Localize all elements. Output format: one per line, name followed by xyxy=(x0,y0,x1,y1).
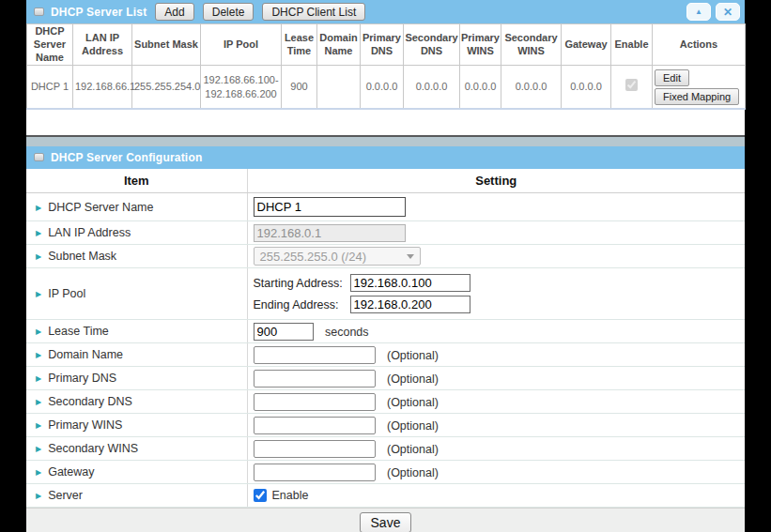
row-gateway: ▶Gateway (Optional) xyxy=(26,461,745,484)
lease-time-input[interactable] xyxy=(254,323,314,341)
cell-gateway: 0.0.0.0 xyxy=(562,66,611,109)
server-enable-checkbox[interactable] xyxy=(254,489,267,502)
cell-enable xyxy=(611,66,653,109)
ip-pool-label: IP Pool xyxy=(48,287,85,300)
item-bullet-icon: ▶ xyxy=(36,398,41,406)
section-strip xyxy=(26,137,745,146)
dhcp-server-name-label: DHCP Server Name xyxy=(48,201,153,214)
item-bullet-icon: ▶ xyxy=(36,468,41,477)
edit-button[interactable]: Edit xyxy=(655,69,689,86)
lease-time-unit: seconds xyxy=(325,326,369,339)
dhcp-server-configuration-title: DHCP Server Configuration xyxy=(51,151,202,164)
collapse-button[interactable]: ▲ xyxy=(686,3,711,21)
item-bullet-icon: ▶ xyxy=(36,204,41,212)
dhcp-server-configuration-table: Item Setting ▶DHCP Server Name ▶LAN IP A… xyxy=(26,169,745,509)
item-bullet-icon: ▶ xyxy=(36,374,41,383)
column-header-lease-time: Lease Time xyxy=(282,24,317,66)
ending-address-input[interactable] xyxy=(350,296,470,313)
dhcp-server-list-table: DHCP Server Name LAN IP Address Subnet M… xyxy=(26,23,746,110)
subnet-mask-select: 255.255.255.0 (/24) xyxy=(254,247,421,266)
save-button[interactable]: Save xyxy=(360,512,412,532)
column-header-ip-pool: IP Pool xyxy=(201,24,282,66)
item-column-header: Item xyxy=(26,169,247,193)
subnet-mask-label: Subnet Mask xyxy=(48,250,116,263)
row-ip-pool: ▶IP Pool Starting Address: Ending Addres… xyxy=(26,268,745,320)
dhcp-client-list-button[interactable]: DHCP Client List xyxy=(262,3,365,21)
row-lease-time: ▶Lease Time seconds xyxy=(26,320,745,343)
row-secondary-dns: ▶Secondary DNS (Optional) xyxy=(26,390,745,414)
cell-secondary-dns: 0.0.0.0 xyxy=(404,66,460,109)
cell-primary-wins: 0.0.0.0 xyxy=(460,66,501,109)
item-bullet-icon: ▶ xyxy=(36,290,41,298)
table-row: DHCP 1 192.168.66.1 255.255.254.0 192.16… xyxy=(27,66,746,109)
primary-dns-label: Primary DNS xyxy=(48,372,116,385)
row-primary-dns: ▶Primary DNS (Optional) xyxy=(26,367,745,390)
gateway-optional-hint: (Optional) xyxy=(387,466,439,479)
item-bullet-icon: ▶ xyxy=(36,229,41,237)
starting-address-label: Starting Address: xyxy=(254,277,350,290)
column-header-domain-name: Domain Name xyxy=(317,24,361,66)
secondary-dns-optional-hint: (Optional) xyxy=(387,396,439,409)
column-header-primary-dns: Primary DNS xyxy=(361,24,404,66)
primary-dns-optional-hint: (Optional) xyxy=(387,372,439,386)
fixed-mapping-button[interactable]: Fixed Mapping xyxy=(655,88,739,105)
item-bullet-icon: ▶ xyxy=(36,351,41,359)
setting-column-header: Setting xyxy=(247,169,745,193)
content-area: DHCP Server List Add Delete DHCP Client … xyxy=(26,0,745,532)
secondary-dns-label: Secondary DNS xyxy=(48,395,132,408)
domain-name-input[interactable] xyxy=(254,346,376,364)
gateway-label: Gateway xyxy=(48,465,94,479)
row-primary-wins: ▶Primary WINS (Optional) xyxy=(26,414,745,437)
dhcp-server-name-input[interactable] xyxy=(254,197,406,217)
chevron-down-icon xyxy=(407,254,414,259)
cell-domain-name xyxy=(317,66,361,109)
column-header-gateway: Gateway xyxy=(562,24,611,66)
cell-subnet-mask: 255.255.254.0 xyxy=(132,66,201,109)
list-table-header-row: DHCP Server Name LAN IP Address Subnet M… xyxy=(27,24,746,66)
primary-dns-input[interactable] xyxy=(254,370,376,388)
add-button[interactable]: Add xyxy=(155,3,193,21)
item-bullet-icon: ▶ xyxy=(36,327,41,336)
window-controls: ▲ ✕ xyxy=(686,3,740,21)
column-header-enable: Enable xyxy=(611,24,653,66)
row-dhcp-server-name: ▶DHCP Server Name xyxy=(26,193,745,221)
row-lan-ip-address: ▶LAN IP Address xyxy=(26,221,745,245)
row-secondary-wins: ▶Secondary WINS (Optional) xyxy=(26,437,745,461)
close-icon: ✕ xyxy=(723,7,732,18)
dhcp-server-configuration-header: DHCP Server Configuration xyxy=(26,146,745,169)
starting-address-input[interactable] xyxy=(350,274,470,292)
subnet-mask-selected-value: 255.255.255.0 (/24) xyxy=(260,250,366,264)
item-bullet-icon: ▶ xyxy=(36,421,41,430)
column-header-actions: Actions xyxy=(653,24,746,66)
cell-primary-dns: 0.0.0.0 xyxy=(361,66,404,109)
cell-actions: Edit Fixed Mapping xyxy=(653,66,746,109)
server-enable-label: Enable xyxy=(272,489,309,502)
cell-secondary-wins: 0.0.0.0 xyxy=(501,66,562,109)
column-header-subnet-mask: Subnet Mask xyxy=(132,24,201,66)
cell-ip-pool: 192.168.66.100-192.168.66.200 xyxy=(201,66,282,109)
cell-dhcp-server-name: DHCP 1 xyxy=(27,66,73,109)
panel-icon xyxy=(34,153,44,161)
secondary-wins-input[interactable] xyxy=(254,440,376,458)
item-bullet-icon: ▶ xyxy=(36,445,41,453)
form-footer: Save xyxy=(26,508,745,532)
row-enable-checkbox xyxy=(625,79,638,91)
server-label: Server xyxy=(48,489,83,502)
row-subnet-mask: ▶Subnet Mask 255.255.255.0 (/24) xyxy=(26,245,745,268)
domain-name-optional-hint: (Optional) xyxy=(387,349,439,362)
column-header-secondary-wins: Secondary WINS xyxy=(501,24,562,66)
domain-name-label: Domain Name xyxy=(48,348,123,361)
column-header-primary-wins: Primary WINS xyxy=(460,24,501,66)
column-header-lan-ip-address: LAN IP Address xyxy=(73,24,132,66)
cell-lan-ip-address: 192.168.66.1 xyxy=(73,66,132,109)
column-header-secondary-dns: Secondary DNS xyxy=(404,24,460,66)
item-bullet-icon: ▶ xyxy=(36,492,41,500)
gateway-input[interactable] xyxy=(254,464,376,481)
secondary-dns-input[interactable] xyxy=(254,393,376,411)
primary-wins-input[interactable] xyxy=(254,417,376,434)
delete-button[interactable]: Delete xyxy=(203,3,254,21)
row-domain-name: ▶Domain Name (Optional) xyxy=(26,343,745,367)
ending-address-label: Ending Address: xyxy=(254,298,350,312)
dhcp-server-list-header: DHCP Server List Add Delete DHCP Client … xyxy=(26,0,745,23)
close-button[interactable]: ✕ xyxy=(716,3,740,21)
